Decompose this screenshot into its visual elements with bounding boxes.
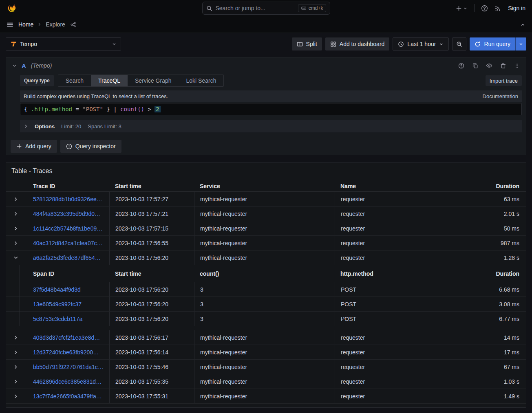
split-button[interactable]: Split [292, 37, 322, 51]
options-limit: Limit: 20 [61, 123, 81, 130]
row-expand-chevron-icon[interactable] [13, 394, 18, 399]
service-cell: mythical-requester [194, 360, 335, 374]
tab-loki-search[interactable]: Loki Search [179, 75, 224, 86]
breadcrumb-current: Explore [46, 21, 65, 28]
duration-cell: 67 ms [474, 360, 526, 374]
search-input[interactable]: Search or jump to... cmd+k [202, 2, 330, 15]
documentation-link[interactable]: Documentation [483, 93, 518, 99]
service-cell: mythical-requester [194, 330, 335, 345]
traces-table: Trace IDStart timeServiceNameDuration528… [6, 180, 526, 404]
breadcrumb-home-link[interactable]: Home [18, 21, 33, 28]
service-cell: mythical-requester [194, 389, 335, 403]
code-token: count() [120, 106, 144, 112]
import-trace-button[interactable]: Import trace [486, 75, 522, 86]
start-time-cell: 2023-10-03 17:55:31 [109, 389, 194, 403]
new-menu-button[interactable] [456, 5, 468, 11]
row-expand-chevron-icon[interactable] [13, 226, 18, 231]
collapse-query-button[interactable] [12, 64, 17, 68]
search-placeholder: Search or jump to... [216, 5, 265, 11]
code-token: > [144, 106, 155, 112]
trace-id-link[interactable]: a6a2fa25d3fede87df654… [33, 255, 101, 261]
toggle-visibility-button[interactable] [486, 62, 492, 69]
row-expand-chevron-icon[interactable] [13, 211, 18, 216]
traceql-info-bar: Build complex queries using TraceQL to s… [20, 90, 522, 102]
add-query-button[interactable]: Add query [11, 140, 57, 153]
row-expand-chevron-icon[interactable] [13, 241, 18, 246]
row-expand-chevron-icon[interactable] [13, 365, 18, 369]
trace-id-link[interactable]: 52813288db1b0d9326ee… [33, 196, 102, 202]
service-cell: mythical-requester [194, 221, 335, 235]
tempo-logo-icon [10, 41, 17, 47]
trace-id-link[interactable]: 40ac312d842ca1cfea07c… [33, 240, 102, 246]
row-expand-chevron-icon[interactable] [13, 350, 18, 355]
time-range-picker[interactable]: Last 1 hour [393, 37, 449, 51]
drag-handle-icon[interactable] [514, 63, 520, 69]
table-row: 403d3d37cfcf2f1ea3e8d…2023-10-03 17:56:1… [6, 330, 526, 345]
tab-search[interactable]: Search [58, 75, 91, 86]
apps-grid-icon [330, 41, 336, 47]
query-type-label: Query type [20, 75, 54, 86]
start-time-cell: 2023-10-03 17:57:27 [109, 192, 194, 206]
column-header-count: count() [194, 265, 335, 282]
trace-id-link[interactable]: 403d3d37cfcf2f1ea3e8d… [33, 334, 100, 341]
span-row: 37f5d48b4a4f9d3d2023-10-03 17:56:203POST… [6, 282, 526, 297]
span-id-link[interactable]: 5c8753e3cdcb117a [33, 316, 82, 322]
trace-id-link[interactable]: 1c114cc2b574b8fa1be09… [33, 225, 102, 232]
info-circle-icon [66, 143, 72, 149]
count-cell: 3 [194, 312, 335, 326]
trace-id-link[interactable]: 484f4a8323c395d9d9d0… [33, 211, 100, 217]
query-options-row[interactable]: Options Limit: 20 Spans Limit: 3 [20, 120, 522, 132]
grafana-logo-icon[interactable] [7, 3, 17, 13]
duration-cell: 6.77 ms [474, 312, 526, 326]
code-token: .http.method [31, 106, 72, 112]
share-icon [70, 22, 76, 28]
span-id-link[interactable]: 37f5d48b4a4f9d3d [33, 286, 81, 293]
name-cell: requester [335, 206, 474, 221]
name-cell: requester [335, 192, 474, 206]
row-expand-chevron-icon[interactable] [13, 379, 18, 384]
trace-id-link[interactable]: 12d37240fcbe63fb9200… [33, 349, 99, 356]
code-token: = [72, 106, 82, 112]
zoom-out-time-button[interactable] [452, 37, 466, 51]
row-collapse-chevron-icon[interactable] [13, 255, 18, 260]
delete-query-button[interactable] [500, 63, 506, 69]
count-cell: 3 [194, 297, 335, 311]
span-subtable: Span IDStart timecount()http.methodDurat… [6, 265, 526, 330]
table-title: Table - Traces [6, 167, 526, 175]
column-header-start-time: Start time [109, 265, 194, 282]
nav-divider [474, 4, 475, 12]
news-button[interactable] [494, 5, 501, 12]
share-shortened-link-button[interactable] [70, 22, 76, 28]
trace-id-link[interactable]: 4462896dce6c385e831d… [33, 378, 102, 385]
row-expand-chevron-icon[interactable] [13, 197, 18, 202]
query-ref-id: A [22, 62, 26, 69]
mega-menu-button[interactable] [7, 21, 13, 28]
datasource-picker[interactable]: Tempo [6, 37, 121, 51]
row-expand-chevron-icon[interactable] [13, 335, 18, 340]
sync-icon [475, 41, 481, 47]
http-method-cell: POST [335, 282, 474, 297]
collapse-toolbar-button[interactable] [520, 22, 525, 27]
duplicate-query-button[interactable] [472, 63, 478, 69]
keyboard-icon [301, 6, 307, 11]
duration-cell: 1.28 s [474, 250, 526, 265]
duration-cell: 63 ms [474, 192, 526, 206]
sign-in-button[interactable]: Sign in [508, 5, 525, 11]
split-icon [297, 41, 303, 47]
traceql-code-editor[interactable]: { .http.method = "POST" } | count() > 2 [20, 103, 522, 115]
span-id-link[interactable]: 13e60549c992fc37 [33, 301, 82, 308]
help-button[interactable] [481, 5, 488, 12]
trace-id-link[interactable]: bb50d791f92270761da1c… [33, 364, 104, 370]
query-help-button[interactable] [458, 63, 464, 69]
run-query-options-button[interactable] [515, 37, 526, 51]
run-query-button[interactable]: Run query [470, 37, 515, 51]
chevron-right-icon [24, 124, 28, 128]
tab-traceql[interactable]: TraceQL [91, 75, 128, 86]
query-inspector-button[interactable]: Query inspector [60, 140, 121, 153]
duration-cell: 3.08 ms [474, 297, 526, 311]
start-time-cell: 2023-10-03 17:56:55 [109, 236, 194, 250]
add-to-dashboard-button[interactable]: Add to dashboard [325, 37, 390, 51]
tab-service-graph[interactable]: Service Graph [128, 75, 179, 86]
trace-id-link[interactable]: 13c7f74e2665f0a3479ffa… [33, 393, 102, 400]
service-cell: mythical-requester [194, 374, 335, 389]
